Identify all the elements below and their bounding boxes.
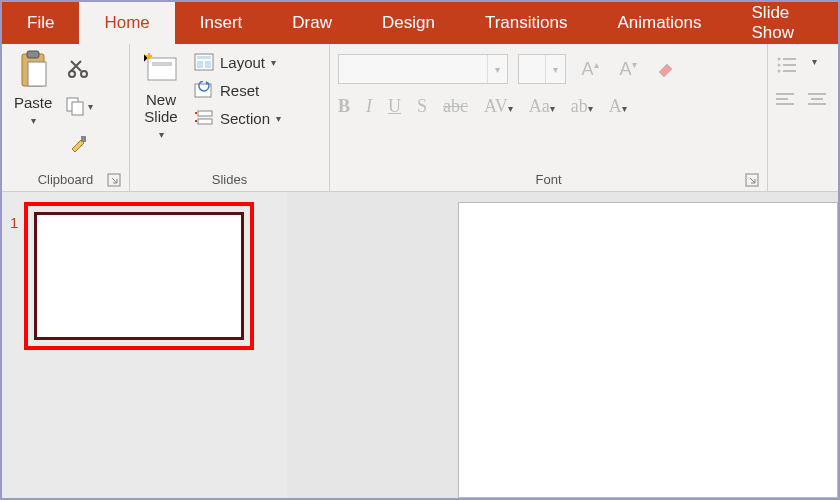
tab-transitions[interactable]: Transitions bbox=[460, 2, 593, 44]
section-icon bbox=[194, 109, 214, 127]
decrease-font-button[interactable]: A▾ bbox=[614, 56, 642, 82]
svg-rect-24 bbox=[783, 64, 796, 66]
svg-rect-16 bbox=[198, 111, 212, 116]
layout-button[interactable]: Layout ▾ bbox=[190, 50, 285, 74]
clipboard-icon bbox=[16, 50, 50, 90]
tab-design[interactable]: Design bbox=[357, 2, 460, 44]
svg-rect-18 bbox=[195, 112, 197, 114]
svg-point-23 bbox=[778, 64, 781, 67]
layout-label: Layout bbox=[220, 54, 265, 71]
svg-rect-27 bbox=[776, 93, 794, 95]
new-slide-label: NewSlide bbox=[144, 92, 177, 125]
format-painter-button[interactable] bbox=[64, 130, 92, 158]
annotation-highlight bbox=[24, 202, 254, 350]
paste-button[interactable]: Paste ▾ bbox=[10, 48, 56, 128]
svg-rect-7 bbox=[81, 136, 86, 142]
change-case-button[interactable]: Aa▾ bbox=[529, 96, 555, 117]
tab-draw[interactable]: Draw bbox=[267, 2, 357, 44]
group-paragraph: ▾ bbox=[768, 44, 838, 191]
bullets-button[interactable] bbox=[776, 56, 798, 74]
svg-rect-1 bbox=[27, 51, 39, 58]
font-color-button[interactable]: A▾ bbox=[609, 96, 627, 117]
scissors-icon bbox=[67, 57, 89, 79]
svg-rect-29 bbox=[776, 103, 794, 105]
svg-rect-2 bbox=[28, 62, 46, 86]
reset-button[interactable]: Reset bbox=[190, 78, 285, 102]
slide-canvas-area bbox=[287, 192, 838, 498]
svg-rect-26 bbox=[783, 70, 796, 72]
cut-button[interactable] bbox=[64, 54, 92, 82]
svg-rect-32 bbox=[808, 103, 826, 105]
align-left-button[interactable] bbox=[776, 92, 794, 108]
new-slide-icon bbox=[142, 50, 180, 88]
underline-button[interactable]: U bbox=[388, 96, 401, 117]
group-label-clipboard: Clipboard bbox=[38, 172, 94, 187]
new-slide-button[interactable]: NewSlide ▾ bbox=[138, 48, 184, 142]
group-label-slides: Slides bbox=[212, 172, 247, 187]
group-label-font: Font bbox=[535, 172, 561, 187]
align-center-button[interactable] bbox=[808, 92, 826, 108]
clear-format-button[interactable] bbox=[652, 56, 680, 82]
paintbrush-icon bbox=[67, 133, 89, 155]
svg-rect-14 bbox=[205, 61, 211, 68]
paste-label: Paste bbox=[14, 94, 52, 111]
tab-home[interactable]: Home bbox=[79, 2, 174, 44]
char-spacing-button[interactable]: AV▾ bbox=[484, 96, 513, 117]
dialog-launcher-icon[interactable] bbox=[107, 173, 121, 187]
svg-rect-17 bbox=[198, 119, 212, 124]
svg-rect-22 bbox=[783, 58, 796, 60]
slide-number: 1 bbox=[10, 202, 18, 350]
increase-font-button[interactable]: A▴ bbox=[576, 56, 604, 82]
chevron-down-icon: ▾ bbox=[487, 55, 507, 83]
svg-point-21 bbox=[778, 58, 781, 61]
highlight-button[interactable]: ab▾ bbox=[571, 96, 593, 117]
section-label: Section bbox=[220, 110, 270, 127]
eraser-icon bbox=[656, 60, 676, 78]
chevron-down-icon: ▾ bbox=[31, 115, 36, 126]
svg-rect-6 bbox=[72, 102, 83, 115]
tab-insert[interactable]: Insert bbox=[175, 2, 268, 44]
chevron-down-icon: ▾ bbox=[812, 56, 817, 74]
ribbon-tabs: File Home Insert Draw Design Transitions… bbox=[2, 2, 838, 44]
svg-point-25 bbox=[778, 70, 781, 73]
chevron-down-icon: ▾ bbox=[88, 101, 93, 112]
copy-icon bbox=[64, 95, 86, 117]
chevron-down-icon: ▾ bbox=[276, 113, 281, 124]
bold-button[interactable]: B bbox=[338, 96, 350, 117]
font-name-combo[interactable]: ▾ bbox=[338, 54, 508, 84]
dialog-launcher-icon[interactable] bbox=[745, 173, 759, 187]
layout-icon bbox=[194, 53, 214, 71]
tab-animations[interactable]: Animations bbox=[592, 2, 726, 44]
svg-point-3 bbox=[69, 71, 75, 77]
increase-font-icon: A▴ bbox=[581, 59, 598, 80]
slide-canvas[interactable] bbox=[458, 202, 838, 498]
italic-button[interactable]: I bbox=[366, 96, 372, 117]
slide-thumbnail-1[interactable] bbox=[34, 212, 244, 340]
tab-slideshow[interactable]: Slide Show bbox=[727, 2, 838, 44]
chevron-down-icon: ▾ bbox=[545, 55, 565, 83]
svg-rect-19 bbox=[195, 120, 197, 122]
svg-point-4 bbox=[81, 71, 87, 77]
workspace: 1 bbox=[2, 192, 838, 498]
group-slides: NewSlide ▾ Layout ▾ Reset bbox=[130, 44, 330, 191]
group-clipboard: Paste ▾ ▾ bbox=[2, 44, 130, 191]
svg-rect-9 bbox=[148, 58, 176, 80]
svg-rect-28 bbox=[776, 98, 788, 100]
decrease-font-icon: A▾ bbox=[619, 59, 636, 80]
strikethrough-button[interactable]: abc bbox=[443, 96, 468, 117]
ribbon: Paste ▾ ▾ bbox=[2, 44, 838, 192]
svg-rect-13 bbox=[197, 61, 203, 68]
section-button[interactable]: Section ▾ bbox=[190, 106, 285, 130]
chevron-down-icon: ▾ bbox=[159, 129, 164, 140]
chevron-down-icon: ▾ bbox=[271, 57, 276, 68]
svg-rect-12 bbox=[197, 56, 211, 59]
tab-file[interactable]: File bbox=[2, 2, 79, 44]
reset-label: Reset bbox=[220, 82, 259, 99]
svg-rect-30 bbox=[808, 93, 826, 95]
copy-button[interactable]: ▾ bbox=[64, 92, 92, 120]
group-font: ▾ ▾ A▴ A▾ B I U S abc bbox=[330, 44, 768, 191]
svg-rect-31 bbox=[811, 98, 823, 100]
shadow-button[interactable]: S bbox=[417, 96, 427, 117]
font-size-combo[interactable]: ▾ bbox=[518, 54, 566, 84]
slide-thumbnails-panel: 1 bbox=[2, 192, 287, 498]
